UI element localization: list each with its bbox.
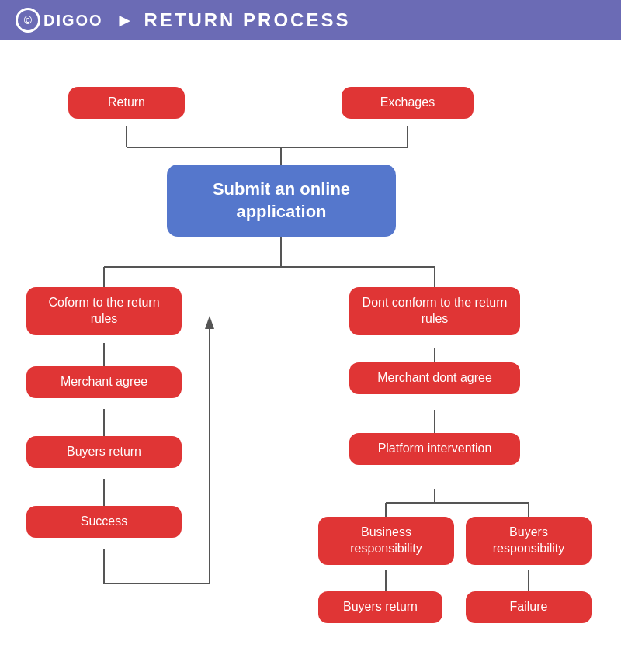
flowchart-lines: [0, 40, 621, 672]
business-box: Business responsibility: [318, 517, 454, 565]
buyers-resp-box: Buyers responsibility: [466, 517, 592, 565]
buyers-return-right-box: Buyers return: [318, 591, 442, 623]
merchant-dont-box: Merchant dont agree: [349, 362, 520, 394]
return-box: Return: [68, 87, 185, 119]
platform-box: Platform intervention: [349, 433, 520, 465]
logo-text: DIGOO: [43, 12, 103, 29]
header-title: ► RETURN PROCESS: [116, 9, 351, 31]
conform-box: Coform to the return rules: [26, 287, 182, 335]
play-icon: ►: [116, 9, 137, 31]
success-box: Success: [26, 506, 182, 538]
merchant-agree-box: Merchant agree: [26, 366, 182, 398]
dont-conform-box: Dont conform to the return rules: [349, 287, 520, 335]
exchanges-box: Exchages: [342, 87, 474, 119]
submit-box: Submit an online application: [167, 165, 396, 237]
logo: © DIGOO: [16, 8, 103, 33]
main-diagram: Return Exchages Submit an online applica…: [0, 40, 621, 672]
buyers-return-left-box: Buyers return: [26, 436, 182, 468]
header: © DIGOO ► RETURN PROCESS: [0, 0, 621, 40]
svg-marker-14: [205, 316, 214, 329]
failure-box: Failure: [466, 591, 592, 623]
logo-circle: ©: [16, 8, 40, 33]
